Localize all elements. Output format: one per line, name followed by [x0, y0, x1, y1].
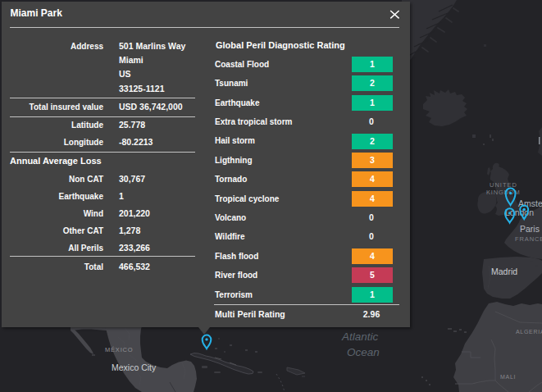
svg-text:Mexico City: Mexico City — [112, 362, 157, 372]
svg-text:UNITED: UNITED — [490, 181, 517, 189]
svg-text:MALI: MALI — [500, 374, 516, 380]
svg-text:MÉXICO: MÉXICO — [105, 346, 133, 353]
svg-text:FRANCE: FRANCE — [515, 235, 542, 243]
svg-text:Madrid: Madrid — [491, 267, 517, 276]
svg-text:ALGERIA: ALGERIA — [516, 329, 542, 335]
svg-text:Paris: Paris — [520, 224, 540, 234]
svg-text:Ocean: Ocean — [347, 346, 380, 358]
svg-text:Atlantic: Atlantic — [341, 330, 379, 343]
